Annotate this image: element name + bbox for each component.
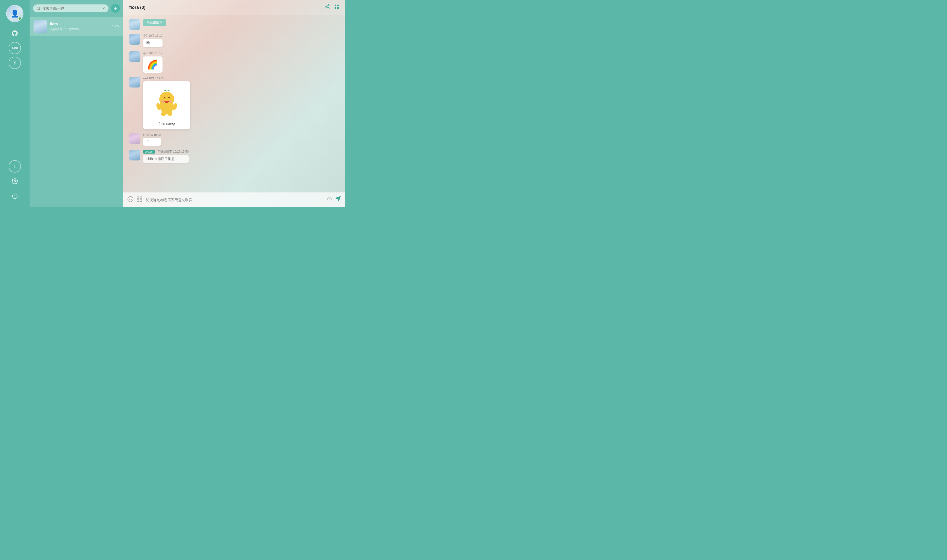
msg-bubble-rainbow: 🌈 [143,57,163,73]
message-row: system 乌贼娘殿下 10/29 15:50 chihiro 撤回了消息 [129,149,339,163]
svg-rect-11 [335,7,336,9]
info-icon[interactable]: ℹ [9,160,21,172]
search-bar: ✕ + [29,0,123,17]
app-icon[interactable]: APP [9,42,21,54]
msg-time: 10/11 19:30 [149,77,164,80]
messages-area: 乌贼娘殿下 小7 10/2 16:12 嗨 小7 10 [123,15,345,192]
svg-point-19 [161,112,166,116]
send-button[interactable] [334,195,341,204]
input-area [123,192,345,207]
msg-content: 小7 10/2 16:12 嗨 [143,34,163,47]
svg-rect-10 [337,5,339,6]
chat-main: fiora (0) [123,0,345,207]
github-icon[interactable] [9,27,21,40]
chat-list-panel: ✕ + fiora 乌贼娘殿下: [system] 10/29 [29,0,123,207]
msg-avatar [129,77,140,88]
svg-point-20 [168,112,172,116]
msg-time: 10/29 15:50 [173,150,189,153]
partial-message: 乌贼娘殿下 [143,19,166,26]
svg-rect-9 [335,5,336,6]
rainbow-emoji: 🌈 [147,59,158,69]
msg-sender: 乌贼娘殿下 [157,150,172,153]
msg-avatar [129,19,140,30]
msg-avatar [129,34,140,45]
share-icon[interactable] [325,4,330,11]
msg-content: 乌贼娘殿下 [143,19,166,26]
settings-icon[interactable] [9,175,21,187]
svg-rect-24 [137,197,139,198]
msg-content: z 10/24 10:28 ff [143,133,161,146]
chat-item-info: fiora 乌贼娘殿下: [system] [50,22,109,31]
svg-point-6 [328,8,330,9]
svg-line-7 [326,7,328,8]
sticker-card: Interesting [143,81,190,129]
user-avatar[interactable]: 👤 [6,5,23,22]
chat-title: fiora (0) [129,5,145,10]
msg-sender: 小7 [143,34,148,37]
svg-rect-25 [140,197,142,198]
message-row: 乌贼娘殿下 [129,19,339,30]
sticker-icon[interactable] [136,196,143,204]
chat-avatar [34,20,47,33]
message-row: 小7 10/2 16:12 嗨 [129,34,339,47]
msg-time: 10/2 16:12 [148,52,163,55]
grid-icon[interactable] [334,4,339,11]
message-row: 小7 10/2 16:12 🌈 [129,51,339,73]
chat-item-name: fiora [50,22,109,26]
chat-header-actions [325,4,339,11]
svg-rect-27 [140,200,142,202]
yen-icon[interactable]: ¥ [9,57,21,69]
message-input[interactable] [146,198,325,202]
svg-rect-12 [337,7,339,9]
emoji-icon[interactable] [127,196,134,204]
input-info-icon[interactable] [327,197,332,203]
system-badge: system [143,149,155,154]
power-icon[interactable] [9,190,21,202]
recall-bubble: chihiro 撤回了消息 [143,155,189,163]
svg-rect-26 [137,200,139,202]
msg-bubble-text: ff [143,138,161,146]
msg-avatar [129,133,140,144]
search-clear-icon[interactable]: ✕ [102,6,105,10]
search-input-wrapper[interactable]: ✕ [33,5,108,12]
msg-meta: system 乌贼娘殿下 10/29 15:50 [143,149,189,154]
msg-bubble-text: 嗨 [143,39,163,47]
msg-time: 10/24 10:28 [145,133,161,137]
msg-content: system 乌贼娘殿下 10/29 15:50 chihiro 撤回了消息 [143,149,189,163]
chat-list-item[interactable]: fiora 乌贼娘殿下: [system] 10/29 [29,17,123,36]
add-chat-button[interactable]: + [111,4,120,13]
message-row: asd 10/11 19:30 [129,77,339,129]
sidebar: 👤 APP ¥ ℹ [0,0,29,207]
sticker-image [147,85,186,120]
msg-meta: 小7 10/2 16:12 [143,34,163,38]
svg-point-1 [14,180,16,182]
sticker-label: Interesting [147,122,186,125]
search-input[interactable] [42,6,100,10]
msg-meta: 小7 10/2 16:12 [143,51,163,55]
svg-point-15 [161,100,165,103]
msg-sender: 小7 [143,52,148,55]
svg-point-16 [169,100,172,103]
chat-item-time: 10/29 [112,25,119,28]
chat-item-preview: 乌贼娘殿下: [system] [50,27,109,31]
message-row: z 10/24 10:28 ff [129,133,339,146]
svg-point-21 [128,197,133,202]
msg-sender: z [143,133,145,137]
msg-sender: asd [143,77,148,80]
msg-content: asd 10/11 19:30 [143,77,190,129]
msg-meta: z 10/24 10:28 [143,133,161,137]
chat-header: fiora (0) [123,0,345,15]
msg-time: 10/2 16:12 [148,34,163,37]
sticker-svg [151,86,183,118]
svg-point-14 [159,92,174,106]
msg-avatar [129,149,140,160]
svg-point-4 [328,5,330,6]
svg-point-3 [37,7,40,9]
search-icon [37,6,40,10]
svg-line-8 [326,5,328,6]
svg-point-5 [325,6,327,8]
msg-content: 小7 10/2 16:12 🌈 [143,51,163,73]
msg-avatar [129,51,140,62]
msg-meta: asd 10/11 19:30 [143,77,190,80]
